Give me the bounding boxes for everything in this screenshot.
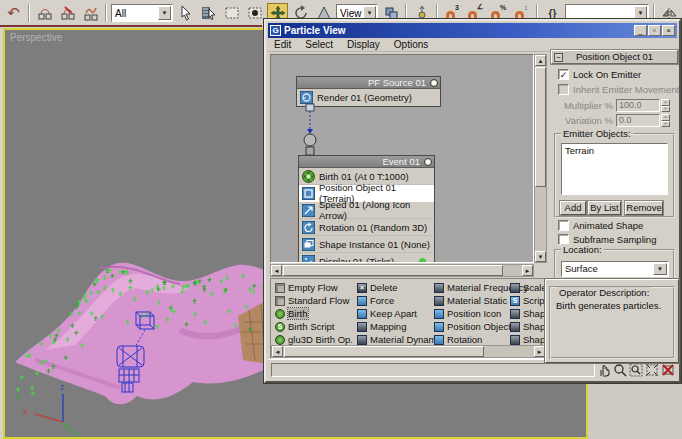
multiplier-spinner[interactable]: ▲▼ (661, 99, 670, 112)
depot-item[interactable]: Mapping (357, 320, 443, 333)
depot-item[interactable]: Empty Flow (275, 281, 353, 294)
operator-label: Birth 01 (At 0 T:1000) (319, 171, 409, 182)
event-canvas[interactable]: PF Source 01 Render 01 (Geometry) Event … (270, 54, 534, 263)
material-static-icon (434, 296, 444, 306)
shape-instance-icon (302, 238, 315, 251)
select-and-link-icon[interactable] (34, 3, 55, 24)
pf-source-node-header[interactable]: PF Source 01 (297, 77, 440, 89)
close-button[interactable]: × (662, 25, 675, 36)
depot-item[interactable]: Force (357, 294, 443, 307)
script-operator-icon: S (510, 296, 520, 306)
animated-shape-checkbox[interactable]: Animated Shape (558, 220, 643, 231)
minimize-button[interactable]: _ (634, 25, 647, 36)
depot-column: ×DeleteForceKeep ApartMappingMaterial Dy… (357, 281, 443, 346)
delete-icon: × (357, 283, 367, 293)
tab-panel-edge (0, 25, 262, 27)
lock-on-emitter-checkbox[interactable]: ✓Lock On Emitter (558, 69, 641, 80)
scroll-down-icon[interactable]: ▼ (535, 251, 546, 262)
event-operator-row[interactable]: Shape Instance 01 (None) (299, 236, 434, 253)
vscroll-thumb[interactable] (535, 67, 546, 187)
depot-column: Empty FlowStandard FlowBirthSBirth Scrip… (275, 281, 353, 346)
select-by-name-icon[interactable] (198, 3, 219, 24)
zoom-extents-tool-icon[interactable] (644, 362, 659, 377)
enable-lamp-icon[interactable] (424, 158, 432, 166)
depot-item-label: glu3D Birth Op. (288, 334, 353, 345)
scroll-right-icon[interactable]: ► (534, 346, 545, 357)
by-list-button[interactable]: By List (588, 201, 621, 215)
depot-item[interactable]: Shape Facing (510, 320, 547, 333)
menu-select[interactable]: Select (305, 39, 333, 50)
depot-item[interactable]: ×Delete (357, 281, 443, 294)
region-zoom-tool-icon[interactable] (628, 362, 643, 377)
scale-icon (510, 283, 520, 293)
checkbox-icon[interactable] (558, 220, 569, 231)
scroll-up-icon[interactable]: ▲ (535, 55, 546, 66)
inherit-emitter-movement-checkbox[interactable]: Inherit Emitter Movement (558, 84, 679, 95)
bind-to-space-warp-icon[interactable] (80, 3, 101, 24)
emitter-objects-list[interactable]: Terrain (561, 143, 668, 195)
checkbox-icon[interactable] (558, 84, 569, 95)
event-node[interactable]: Event 01 Birth 01 (At 0 T:1000)Position … (298, 155, 435, 263)
menu-edit[interactable]: Edit (274, 39, 291, 50)
multiplier-field[interactable]: 100.0 (616, 99, 660, 112)
remove-button[interactable]: Remove (625, 201, 663, 215)
dropdown-arrow-icon[interactable]: ▼ (653, 263, 667, 275)
event-operator-row[interactable]: Speed 01 (Along Icon Arrow) (299, 202, 434, 219)
add-button[interactable]: Add (560, 201, 586, 215)
shape-instance-icon (510, 335, 520, 345)
dropdown-arrow-icon[interactable]: ▼ (158, 6, 171, 20)
depot-hscrollbar[interactable]: ◄ ► (271, 345, 546, 358)
depot-item[interactable]: SScript Operator (510, 294, 547, 307)
event-node-header[interactable]: Event 01 (299, 156, 434, 168)
collapse-icon[interactable]: − (554, 53, 563, 62)
variation-field[interactable]: 0.0 (616, 114, 660, 127)
depot-item-label: Mapping (370, 321, 406, 332)
hscroll-thumb[interactable] (284, 346, 484, 357)
material-dynamic-icon (357, 335, 367, 345)
variation-spinner[interactable]: ▲▼ (661, 114, 670, 127)
depot-item[interactable]: Standard Flow (275, 294, 353, 307)
canvas-vscrollbar[interactable]: ▲ ▼ (534, 54, 547, 263)
dropdown-arrow-icon[interactable]: ▼ (634, 6, 647, 20)
pan-tool-icon[interactable] (596, 362, 611, 377)
rollout-header[interactable]: −Position Object 01 (551, 50, 678, 64)
zoom-tool-icon[interactable] (612, 362, 627, 377)
selection-filter-dropdown[interactable]: All▼ (111, 4, 173, 22)
depot-item[interactable]: Birth (275, 307, 353, 320)
undo-icon[interactable]: ↶ (3, 3, 24, 24)
viewport-label[interactable]: Perspective (10, 32, 62, 43)
window-titlebar[interactable]: G Particle View _ ▫ × (268, 23, 677, 38)
checkbox-checked-icon[interactable]: ✓ (558, 69, 569, 80)
unlink-selection-icon[interactable] (57, 3, 78, 24)
selection-filter-value: All (115, 8, 126, 19)
dropdown-arrow-icon[interactable]: ▼ (363, 6, 376, 20)
scroll-left-icon[interactable]: ◄ (272, 346, 283, 357)
depot-item[interactable]: Keep Apart (357, 307, 443, 320)
depot-item[interactable]: Scale (510, 281, 547, 294)
maximize-button[interactable]: ▫ (648, 25, 661, 36)
hscroll-thumb[interactable] (283, 265, 503, 276)
window-crossing-icon[interactable] (244, 3, 265, 24)
select-object-icon[interactable] (175, 3, 196, 24)
enable-lamp-icon[interactable] (430, 79, 438, 87)
menu-options[interactable]: Options (394, 39, 428, 50)
description-title: Operator Description: (557, 287, 651, 298)
event-operator-row[interactable]: Display 01 (Ticks) (299, 253, 434, 263)
operator-depot[interactable]: Empty FlowStandard FlowBirthSBirth Scrip… (270, 278, 547, 359)
shape-icon (510, 309, 520, 319)
canvas-hscrollbar[interactable]: ◄ ► (270, 264, 534, 277)
location-dropdown[interactable]: Surface▼ (561, 261, 669, 277)
list-item[interactable]: Terrain (565, 145, 594, 156)
rectangular-selection-region-icon[interactable] (221, 3, 242, 24)
depot-item-label: Birth (288, 308, 308, 319)
material-frequency-icon (434, 283, 444, 293)
multiplier-row: Multiplier % 100.0 ▲▼ (561, 99, 670, 112)
menu-display[interactable]: Display (347, 39, 380, 50)
scroll-left-icon[interactable]: ◄ (271, 265, 282, 276)
no-zoom-tool-icon[interactable] (660, 362, 675, 377)
depot-item[interactable]: Shape (510, 307, 547, 320)
operator-label: Speed 01 (Along Icon Arrow) (319, 199, 434, 221)
depot-item[interactable]: SBirth Script (275, 320, 353, 333)
scroll-right-icon[interactable]: ► (522, 265, 533, 276)
event-operator-row[interactable]: Rotation 01 (Random 3D) (299, 219, 434, 236)
